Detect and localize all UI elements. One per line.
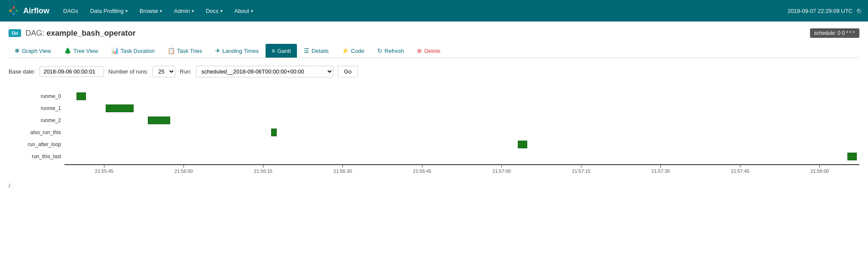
gantt-bar-area (64, 150, 859, 163)
axis-label: 21:57:00 (492, 169, 511, 174)
gantt-row: also_run_this (9, 126, 859, 138)
nav-dags[interactable]: DAGs (58, 5, 83, 17)
base-date-input[interactable] (40, 66, 104, 77)
gantt-row: runme_2 (9, 114, 859, 126)
datetime: 2018-09-07 22:29:09 UTC (788, 8, 853, 14)
axis-tick: 21:57:00 (462, 165, 541, 174)
nav-items: DAGs Data Profiling ▾ Browse ▾ Admin ▾ D… (58, 5, 788, 17)
nav-browse[interactable]: Browse ▾ (134, 5, 167, 17)
dropdown-caret-icon: ▾ (251, 9, 253, 13)
nav-admin[interactable]: Admin ▾ (169, 5, 199, 17)
tab-graph-view[interactable]: ❋ Graph View (9, 44, 57, 58)
delete-icon: ⊗ (417, 47, 422, 54)
nav-docs[interactable]: Docs ▾ (201, 5, 228, 17)
dag-name: example_bash_operator (46, 29, 135, 37)
dropdown-caret-icon: ▾ (220, 9, 223, 13)
tab-refresh[interactable]: ↻ Refresh (371, 44, 410, 58)
gantt-bar[interactable] (847, 153, 857, 160)
axis-label: 21:56:15 (254, 169, 272, 174)
gantt-bar-area (64, 138, 859, 150)
gantt-bar-area (64, 126, 859, 138)
page-content: On DAG: example_bash_operator schedule: … (0, 21, 868, 276)
nav-about[interactable]: About ▾ (229, 5, 258, 17)
dag-header: On DAG: example_bash_operator schedule: … (9, 28, 859, 38)
tab-task-tries[interactable]: 📋 Task Tries (162, 44, 208, 58)
task-duration-icon: 📊 (111, 47, 119, 54)
gantt-row: run_this_last (9, 150, 859, 163)
svg-marker-0 (12, 6, 15, 9)
brand-text: Airflow (23, 6, 49, 15)
tab-code[interactable]: ⚡ Code (336, 44, 370, 58)
tab-gantt[interactable]: ≡ Gantt (266, 44, 297, 58)
nav-data-profiling[interactable]: Data Profiling ▾ (85, 5, 133, 17)
axis-label: 21:56:30 (333, 169, 352, 174)
axis-label: 21:56:45 (413, 169, 431, 174)
axis-tick: 21:56:45 (382, 165, 462, 174)
base-date-label: Base date: (9, 68, 35, 75)
gantt-task-label: run_after_loop (9, 141, 64, 147)
gantt-task-label: run_this_last (9, 153, 64, 159)
navbar: Airflow DAGs Data Profiling ▾ Browse ▾ A… (0, 0, 868, 21)
gantt-row: runme_0 (9, 90, 859, 102)
axis-tick: 21:55:45 (64, 165, 144, 174)
tab-landing-times[interactable]: ✈ Landing Times (209, 44, 265, 58)
dag-title-group: On DAG: example_bash_operator (9, 29, 135, 38)
graph-view-icon: ❋ (15, 47, 20, 54)
axis-label: 21:58:00 (810, 169, 829, 174)
axis-tick: 21:58:00 (780, 165, 859, 174)
gantt-bar-area (64, 90, 859, 102)
gantt-task-label: runme_1 (9, 105, 64, 111)
gantt-chart: runme_0runme_1runme_2also_run_thisrun_af… (9, 90, 859, 163)
details-icon: ☰ (304, 47, 309, 54)
tab-details[interactable]: ☰ Details (298, 44, 335, 58)
landing-times-icon: ✈ (215, 47, 220, 54)
tab-delete[interactable]: ⊗ Delete (411, 44, 446, 58)
axis-label: 21:57:30 (651, 169, 670, 174)
go-button[interactable]: Go (338, 66, 358, 77)
task-tries-icon: 📋 (168, 47, 175, 54)
footer-slash: / (9, 182, 859, 189)
dropdown-caret-icon: ▾ (125, 9, 128, 13)
tab-task-duration[interactable]: 📊 Task Duration (105, 44, 161, 58)
tree-view-icon: 🌲 (64, 47, 71, 54)
gantt-axis: 21:55:4521:56:0021:56:1521:56:3021:56:45… (64, 164, 859, 174)
num-runs-select[interactable]: 25 (153, 66, 175, 77)
svg-marker-2 (12, 12, 15, 16)
axis-tick-mark-icon (819, 165, 820, 168)
tab-bar: ❋ Graph View 🌲 Tree View 📊 Task Duration… (9, 44, 859, 58)
svg-marker-3 (9, 9, 12, 12)
svg-marker-1 (15, 9, 19, 12)
axis-tick: 21:57:15 (541, 165, 621, 174)
gantt-task-label: also_run_this (9, 129, 64, 135)
schedule-badge: schedule: 0 0 * * * (810, 28, 859, 38)
controls-row: Base date: Number of runs: 25 Run: sched… (9, 66, 859, 77)
axis-tick-mark-icon (422, 165, 422, 168)
gantt-bar[interactable] (148, 117, 170, 124)
num-runs-label: Number of runs: (108, 68, 148, 75)
run-select[interactable]: scheduled__2018-09-06T00:00:00+00:00 (196, 66, 333, 77)
brand[interactable]: Airflow (7, 4, 49, 18)
gantt-container: runme_0runme_1runme_2also_run_thisrun_af… (9, 86, 859, 174)
airflow-logo-icon (7, 4, 21, 18)
axis-label: 21:57:45 (731, 169, 749, 174)
gantt-bar[interactable] (271, 129, 277, 136)
axis-label: 21:56:00 (174, 169, 193, 174)
gantt-task-label: runme_0 (9, 93, 64, 99)
axis-tick-mark-icon (660, 165, 661, 168)
dag-prefix: DAG: example_bash_operator (25, 29, 135, 38)
dropdown-caret-icon: ▾ (192, 9, 194, 13)
logout-icon[interactable]: ⎋ (857, 7, 861, 15)
gantt-icon: ≡ (272, 47, 275, 54)
gantt-bar[interactable] (106, 104, 134, 112)
gantt-row: runme_1 (9, 102, 859, 114)
gantt-bar-area (64, 114, 859, 126)
axis-label: 21:55:45 (95, 169, 113, 174)
gantt-row: run_after_loop (9, 138, 859, 150)
code-icon: ⚡ (342, 47, 349, 54)
axis-tick: 21:56:30 (303, 165, 382, 174)
gantt-task-label: runme_2 (9, 117, 64, 123)
tab-tree-view[interactable]: 🌲 Tree View (58, 44, 104, 58)
gantt-bar[interactable] (76, 92, 86, 100)
dag-on-badge[interactable]: On (9, 29, 21, 37)
gantt-bar[interactable] (518, 141, 527, 148)
